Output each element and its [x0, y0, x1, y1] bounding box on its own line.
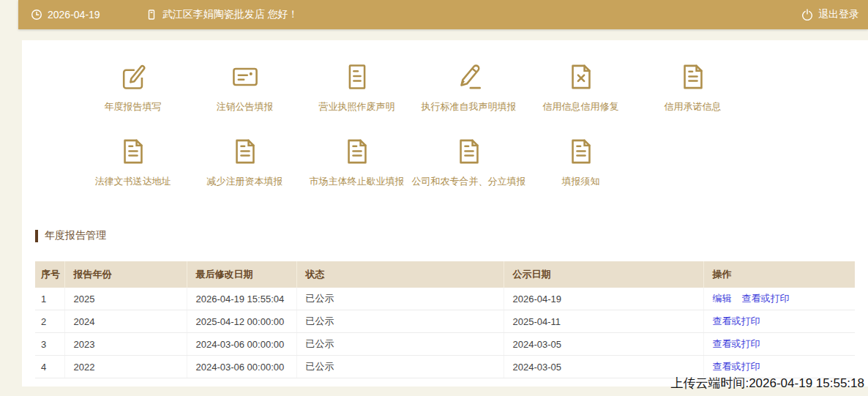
table-header-row: 序号 报告年份 最后修改日期 状态 公示日期 操作 — [35, 261, 855, 288]
header-last-modified: 最后修改日期 — [187, 261, 296, 288]
header-publish-date: 公示日期 — [504, 261, 703, 288]
cell-modified: 2024-03-06 00:00:00 — [187, 356, 296, 378]
document-x-icon — [565, 61, 597, 93]
document-lines-icon — [341, 61, 373, 93]
section-title: 年度报告管理 — [35, 229, 106, 242]
cell-publish-date: 2025-04-11 — [504, 310, 703, 333]
user-greeting: 武江区李娟陶瓷批发店 您好！ — [146, 8, 299, 21]
cell-status: 已公示 — [296, 333, 504, 356]
shortcut-filing-instructions[interactable]: 填报须知 — [525, 135, 637, 188]
shortcut-label: 填报须知 — [562, 175, 600, 188]
building-icon — [146, 9, 157, 20]
cell-year: 2023 — [64, 333, 187, 356]
shortcut-label: 信用信息信用修复 — [543, 100, 619, 113]
view-print-link[interactable]: 查看或打印 — [713, 338, 760, 349]
date-text: 2026-04-19 — [48, 9, 100, 20]
shortcut-row-1: 年度报告填写 注销公告填报 营业执照作废声明 执行标准自我声明填报 信用信息信用… — [77, 61, 749, 113]
document-dogear-icon — [117, 135, 149, 168]
greeting-text: 武江区李娟陶瓷批发店 您好！ — [162, 8, 299, 21]
shortcut-cancellation-notice[interactable]: 注销公告填报 — [189, 61, 301, 113]
cell-publish-date: 2024-03-05 — [504, 333, 703, 356]
title-accent-bar — [35, 230, 38, 242]
shortcut-capital-reduction[interactable]: 减少注册资本填报 — [189, 135, 301, 188]
table-row: 3 2023 2024-03-06 00:00:00 已公示 2024-03-0… — [35, 333, 855, 356]
cell-index: 1 — [35, 288, 64, 310]
shortcut-label: 信用承诺信息 — [665, 100, 722, 113]
edit-link[interactable]: 编辑 — [713, 293, 732, 304]
top-bar: 2026-04-19 武江区李娟陶瓷批发店 您好！ 退出登录 — [18, 0, 868, 29]
shortcut-label: 年度报告填写 — [105, 100, 162, 113]
shortcut-row-2: 法律文书送达地址 减少注册资本填报 市场主体终止歇业填报 公司和农专合并、分立填… — [77, 135, 749, 188]
view-print-link[interactable]: 查看或打印 — [713, 361, 760, 372]
clock-icon — [31, 9, 42, 20]
shortcut-legal-document-address[interactable]: 法律文书送达地址 — [77, 135, 189, 188]
shortcut-label: 营业执照作废声明 — [319, 100, 395, 113]
view-print-link[interactable]: 查看或打印 — [713, 315, 760, 326]
header-report-year: 报告年份 — [64, 261, 187, 288]
edit-square-icon — [117, 61, 149, 93]
document-dogear-icon — [565, 135, 597, 168]
document-dogear-icon — [453, 135, 485, 168]
shortcut-label: 减少注册资本填报 — [207, 175, 283, 188]
upload-cloud-time: 上传云端时间:2026-04-19 15:55:18 — [670, 375, 864, 392]
cell-year: 2022 — [64, 356, 187, 378]
cell-index: 3 — [35, 333, 64, 356]
section-title-text: 年度报告管理 — [45, 229, 106, 242]
power-icon — [801, 9, 813, 20]
shortcut-standard-self-declaration[interactable]: 执行标准自我声明填报 — [413, 61, 525, 113]
pencil-underline-icon — [453, 61, 485, 93]
cell-year: 2024 — [64, 310, 187, 333]
logout-button[interactable]: 退出登录 — [801, 8, 859, 21]
cell-actions: 查看或打印 — [703, 310, 855, 333]
cell-index: 2 — [35, 310, 64, 333]
shortcut-annual-report-fill[interactable]: 年度报告填写 — [77, 61, 189, 113]
shortcut-credit-commitment[interactable]: 信用承诺信息 — [637, 61, 749, 113]
shortcut-credit-repair[interactable]: 信用信息信用修复 — [525, 61, 637, 113]
header-status: 状态 — [296, 261, 504, 288]
table-row: 2 2024 2025-04-12 00:00:00 已公示 2025-04-1… — [35, 310, 855, 333]
annual-report-table: 序号 报告年份 最后修改日期 状态 公示日期 操作 1 2025 2026-04… — [35, 261, 855, 378]
cell-status: 已公示 — [296, 310, 504, 333]
cell-publish-date: 2026-04-19 — [504, 288, 703, 310]
cell-modified: 2024-03-06 00:00:00 — [187, 333, 296, 356]
shortcut-license-void-declaration[interactable]: 营业执照作废声明 — [301, 61, 413, 113]
announcement-card-icon — [229, 61, 261, 93]
cell-status: 已公示 — [296, 356, 504, 378]
cell-actions: 查看或打印 — [703, 333, 855, 356]
cell-modified: 2025-04-12 00:00:00 — [187, 310, 296, 333]
header-actions: 操作 — [703, 261, 855, 288]
shortcut-label: 公司和农专合并、分立填报 — [412, 175, 526, 188]
cell-status: 已公示 — [296, 288, 504, 310]
shortcut-grid: 年度报告填写 注销公告填报 营业执照作废声明 执行标准自我声明填报 信用信息信用… — [77, 61, 749, 188]
shortcut-label: 市场主体终止歇业填报 — [310, 175, 405, 188]
view-print-link[interactable]: 查看或打印 — [742, 293, 790, 304]
shortcut-label: 注销公告填报 — [217, 100, 274, 113]
header-index: 序号 — [35, 261, 64, 288]
document-dogear-icon — [677, 61, 709, 93]
table-row: 1 2025 2026-04-19 15:55:04 已公示 2026-04-1… — [35, 288, 855, 310]
main-panel: 年度报告填写 注销公告填报 营业执照作废声明 执行标准自我声明填报 信用信息信用… — [22, 40, 868, 386]
cell-year: 2025 — [64, 288, 187, 310]
cell-index: 4 — [35, 356, 64, 378]
shortcut-label: 执行标准自我声明填报 — [422, 100, 517, 113]
document-dogear-icon — [341, 135, 373, 168]
shortcut-merger-division[interactable]: 公司和农专合并、分立填报 — [413, 135, 525, 188]
current-date: 2026-04-19 — [31, 9, 100, 20]
cell-modified: 2026-04-19 15:55:04 — [187, 288, 296, 310]
cell-actions: 编辑查看或打印 — [703, 288, 855, 310]
document-dogear-icon — [229, 135, 261, 168]
shortcut-label: 法律文书送达地址 — [95, 175, 171, 188]
logout-label: 退出登录 — [818, 8, 859, 21]
shortcut-business-closure[interactable]: 市场主体终止歇业填报 — [301, 135, 413, 188]
